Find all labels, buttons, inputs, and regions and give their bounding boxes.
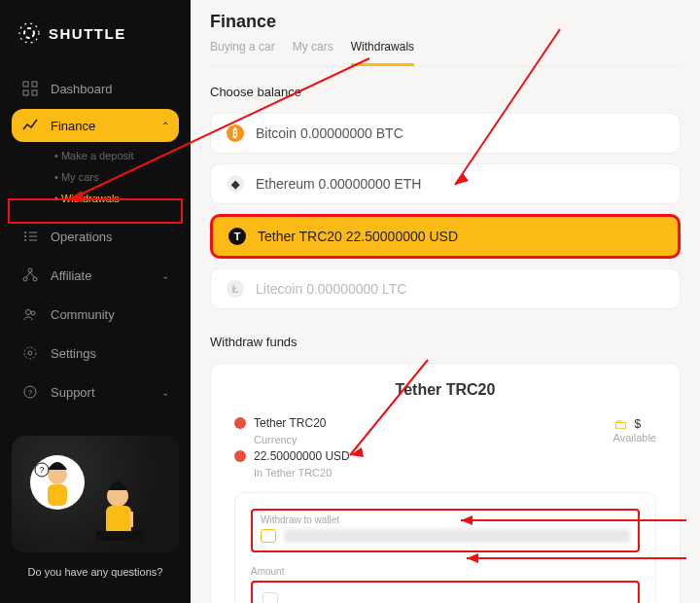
balance-dot-icon — [234, 450, 246, 462]
sidebar-item-support[interactable]: ? Support ⌄ — [12, 373, 179, 410]
svg-text:?: ? — [28, 388, 33, 397]
brand-logo: SHUTTLE — [0, 0, 191, 70]
nav: Dashboard Finance ⌃ • Make a deposit • M… — [0, 70, 191, 410]
svg-point-14 — [33, 277, 37, 281]
litecoin-icon: Ł — [227, 280, 244, 298]
svg-line-15 — [26, 272, 30, 277]
sidebar-item-label: Operations — [51, 230, 113, 244]
help-icon: ? — [21, 383, 39, 401]
svg-point-8 — [24, 235, 26, 237]
svg-line-16 — [30, 272, 34, 277]
svg-rect-25 — [48, 484, 67, 506]
sidebar: SHUTTLE Dashboard Finance ⌃ • Make a dep… — [0, 0, 191, 603]
sidebar-sub-label: Withdrawals — [61, 193, 120, 204]
page-title: Finance — [210, 12, 681, 32]
balance-label: In Tether TRC20 — [234, 467, 350, 479]
currency-label: Currency — [234, 434, 350, 445]
balance-ltc[interactable]: Ł Litecoin 0.00000000 LTC — [210, 268, 681, 309]
sidebar-item-finance[interactable]: Finance ⌃ — [12, 109, 179, 142]
available-label: Available — [613, 432, 656, 443]
finance-submenu: • Make a deposit • My cars • Withdrawals — [12, 144, 179, 216]
gear-icon — [21, 344, 39, 362]
wallet-input[interactable] — [284, 529, 630, 543]
svg-rect-5 — [32, 90, 37, 95]
sidebar-item-dashboard[interactable]: Dashboard — [12, 70, 179, 107]
svg-rect-29 — [106, 506, 131, 535]
svg-rect-2 — [23, 82, 28, 87]
sidebar-item-settings[interactable]: Settings — [12, 335, 179, 372]
amount-label: Amount — [251, 566, 640, 577]
sidebar-item-community[interactable]: Community — [12, 296, 179, 333]
list-icon — [21, 228, 39, 245]
balance-usdt[interactable]: T Tether TRC20 22.50000000 USD — [210, 214, 681, 259]
balance-text: Bitcoin 0.00000000 BTC — [256, 125, 403, 141]
currency-name: Tether TRC20 — [254, 416, 326, 430]
svg-rect-3 — [32, 82, 37, 87]
balance-text: Tether TRC20 22.50000000 USD — [258, 229, 458, 244]
sidebar-item-affiliate[interactable]: Affiliate ⌄ — [12, 257, 179, 294]
sidebar-sub-deposit[interactable]: • Make a deposit — [54, 146, 179, 165]
amount-icon — [262, 592, 278, 603]
svg-point-18 — [31, 311, 35, 315]
withdraw-heading: Withdraw funds — [210, 335, 681, 349]
wallet-label: Withdraw to wallet — [261, 514, 630, 525]
balance-text: Litecoin 0.00000000 LTC — [256, 281, 406, 297]
wallet-field[interactable]: Withdraw to wallet — [251, 509, 640, 552]
balance-list: ₿ Bitcoin 0.00000000 BTC ◆ Ethereum 0.00… — [210, 113, 681, 309]
users-icon — [21, 305, 39, 323]
bitcoin-icon: ₿ — [227, 124, 244, 142]
choose-balance-heading: Choose balance — [210, 85, 681, 99]
svg-point-12 — [28, 268, 32, 272]
chart-icon — [21, 117, 39, 134]
support-illustration: ? — [12, 436, 179, 552]
sidebar-item-label: Finance — [51, 119, 95, 133]
svg-point-10 — [24, 239, 26, 241]
folder-icon: 🗀 — [613, 416, 627, 432]
balance-btc[interactable]: ₿ Bitcoin 0.00000000 BTC — [210, 113, 681, 154]
tab-mycars[interactable]: My cars — [293, 40, 333, 66]
chevron-down-icon: ⌄ — [161, 270, 169, 281]
available-symbol: $ — [635, 417, 642, 431]
sidebar-item-label: Community — [51, 307, 115, 322]
svg-text:?: ? — [39, 465, 44, 475]
balance-text: Ethereum 0.00000000 ETH — [256, 176, 421, 192]
wallet-icon — [261, 529, 276, 543]
tab-buying[interactable]: Buying a car — [210, 40, 275, 66]
chevron-up-icon: ⌃ — [161, 121, 169, 131]
sidebar-item-label: Affiliate — [51, 268, 91, 283]
sidebar-item-operations[interactable]: Operations — [12, 218, 179, 255]
shuttle-logo-icon — [18, 21, 41, 45]
withdraw-card: Tether TRC20 Tether TRC20 Currency 22.50… — [210, 363, 681, 603]
sidebar-sub-mycars[interactable]: • My cars — [54, 167, 179, 187]
sidebar-item-label: Settings — [51, 346, 96, 361]
balance-value: 22.50000000 USD — [254, 449, 350, 463]
svg-point-1 — [19, 23, 39, 43]
sidebar-sub-withdrawals[interactable]: • Withdrawals — [54, 189, 179, 208]
svg-point-19 — [28, 351, 32, 355]
svg-point-0 — [24, 28, 34, 38]
sidebar-sub-label: My cars — [61, 171, 99, 183]
questions-text: Do you have any questions? — [0, 552, 191, 587]
grid-icon — [21, 80, 39, 97]
card-title: Tether TRC20 — [234, 381, 656, 399]
svg-point-17 — [26, 310, 31, 315]
network-icon — [21, 266, 39, 284]
sidebar-item-label: Dashboard — [51, 82, 113, 96]
chevron-down-icon: ⌄ — [161, 387, 169, 398]
svg-point-20 — [24, 347, 36, 359]
currency-dot-icon — [234, 417, 246, 429]
svg-rect-31 — [129, 512, 133, 527]
main-content: Finance Buying a car My cars Withdrawals… — [191, 0, 700, 603]
balance-eth[interactable]: ◆ Ethereum 0.00000000 ETH — [210, 163, 681, 204]
ethereum-icon: ◆ — [227, 175, 244, 193]
brand-name: SHUTTLE — [49, 25, 126, 42]
sidebar-sub-label: Make a deposit — [61, 150, 134, 161]
amount-input[interactable] — [251, 581, 640, 603]
withdraw-form: Withdraw to wallet Amount 2FA code — [234, 492, 656, 603]
svg-point-6 — [24, 231, 26, 233]
tether-icon: T — [228, 228, 246, 245]
card-meta: Tether TRC20 Currency 22.50000000 USD In… — [234, 416, 656, 479]
tab-withdrawals[interactable]: Withdrawals — [351, 40, 414, 66]
tabs: Buying a car My cars Withdrawals — [210, 40, 681, 67]
svg-rect-30 — [96, 531, 143, 541]
